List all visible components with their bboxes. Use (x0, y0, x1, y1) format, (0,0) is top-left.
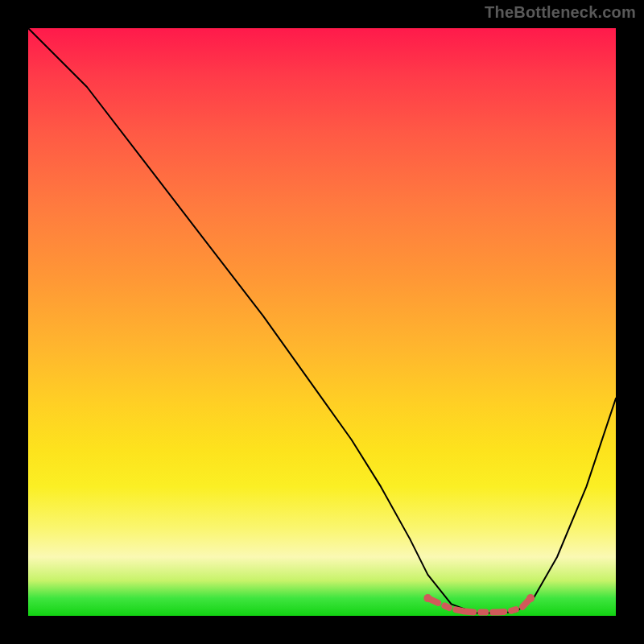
chart-frame: TheBottleneck.com (0, 0, 644, 644)
watermark-text: TheBottleneck.com (485, 3, 636, 22)
chart-curve (28, 28, 616, 613)
optimal-markers (423, 594, 535, 613)
optimal-start-dot (423, 594, 431, 602)
optimal-end-dot (526, 594, 535, 602)
optimal-zone-marker (427, 598, 530, 613)
plot-area (28, 28, 616, 616)
line-chart-svg (28, 28, 616, 616)
bottleneck-curve (28, 28, 616, 613)
